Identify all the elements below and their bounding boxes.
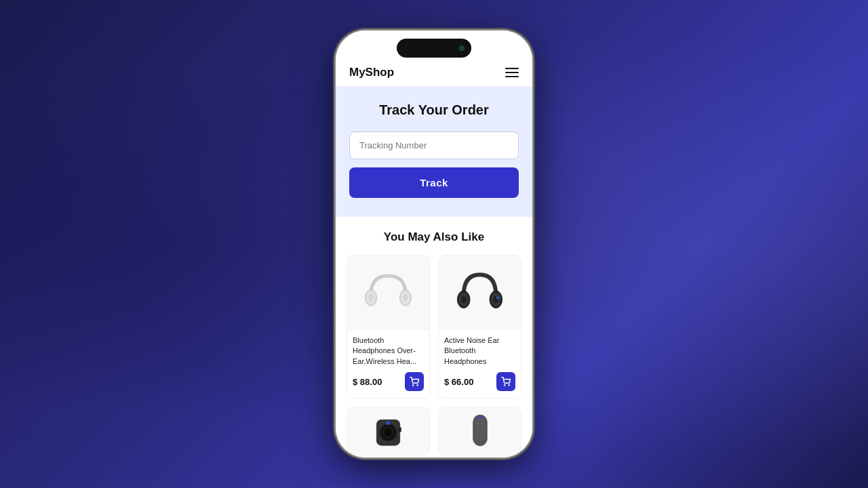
camera-icon — [370, 413, 407, 450]
headphones-white-icon — [359, 264, 417, 322]
product-bottom-1: $ 88.00 — [353, 372, 424, 391]
menu-line-2 — [505, 72, 519, 73]
svg-point-15 — [505, 385, 505, 386]
add-to-cart-button-2[interactable] — [496, 372, 515, 391]
product-card-3[interactable] — [347, 407, 430, 455]
product-image-2 — [439, 256, 521, 330]
dynamic-island — [397, 39, 471, 58]
product-info-1: Bluetooth Headphones Over-Ear,Wireless H… — [347, 330, 429, 398]
product-info-2: Active Noise Ear Bluetooth Headphones $ … — [439, 330, 521, 398]
product-image-1 — [347, 256, 429, 330]
menu-line-3 — [505, 76, 519, 77]
svg-rect-22 — [399, 426, 401, 432]
svg-point-20 — [384, 428, 392, 436]
product-image-4 — [439, 407, 521, 455]
tracking-number-input[interactable] — [349, 131, 519, 159]
product-card-2[interactable]: Active Noise Ear Bluetooth Headphones $ … — [438, 255, 521, 399]
product-image-3 — [347, 407, 429, 455]
page-content: Track Your Order Track You May Also Like — [336, 86, 532, 458]
svg-point-21 — [387, 421, 391, 425]
product-name-2: Active Noise Ear Bluetooth Headphones — [444, 336, 515, 367]
headphones-black-icon — [451, 264, 509, 322]
speaker-icon — [463, 413, 497, 450]
track-section: Track Your Order Track — [336, 86, 532, 217]
product-card-1[interactable]: Bluetooth Headphones Over-Ear,Wireless H… — [347, 255, 430, 399]
svg-point-4 — [368, 293, 374, 302]
svg-point-6 — [413, 385, 414, 386]
svg-point-14 — [496, 296, 499, 299]
svg-point-16 — [509, 385, 509, 386]
menu-line-1 — [505, 68, 519, 69]
svg-point-10 — [460, 295, 467, 303]
product-card-4[interactable] — [438, 407, 521, 455]
track-button[interactable]: Track — [349, 167, 519, 198]
recommendations-section: You May Also Like — [336, 217, 532, 458]
svg-point-32 — [478, 415, 481, 418]
add-to-cart-button-1[interactable] — [405, 372, 424, 391]
recommendations-title: You May Also Like — [347, 230, 521, 244]
track-title: Track Your Order — [349, 102, 519, 118]
phone-wrapper: MyShop Track Your Order Track You May Al… — [336, 30, 532, 458]
product-bottom-2: $ 66.00 — [444, 372, 515, 391]
cart-icon-1 — [410, 377, 419, 386]
svg-point-7 — [417, 385, 418, 386]
phone-frame: MyShop Track Your Order Track You May Al… — [336, 30, 532, 458]
svg-rect-23 — [473, 415, 487, 446]
product-price-2: $ 66.00 — [444, 377, 473, 387]
menu-button[interactable] — [505, 68, 519, 77]
svg-point-5 — [403, 293, 409, 302]
cart-icon-2 — [501, 377, 511, 386]
product-name-1: Bluetooth Headphones Over-Ear,Wireless H… — [353, 336, 424, 367]
product-price-1: $ 88.00 — [353, 377, 382, 387]
front-camera — [459, 45, 465, 51]
products-grid: Bluetooth Headphones Over-Ear,Wireless H… — [347, 255, 521, 455]
app-name: MyShop — [349, 66, 394, 79]
